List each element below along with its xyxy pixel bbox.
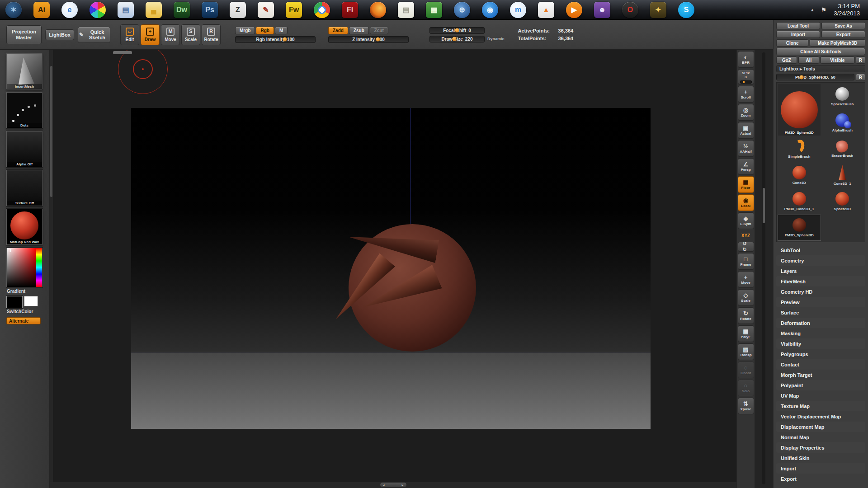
frame-button[interactable]: □ Frame — [738, 253, 754, 270]
section-preview[interactable]: Preview — [776, 297, 865, 307]
tool-pm3d-sphere3d[interactable]: PM3D_Sphere3D — [778, 215, 821, 240]
pinwheel-app-icon[interactable]: ✶ — [5, 2, 22, 18]
goz-visible-button[interactable]: Visible — [821, 56, 854, 64]
ghost-button[interactable]: ◌ Ghost — [738, 361, 754, 378]
section-contact[interactable]: Contact — [776, 359, 865, 370]
firefox-icon[interactable] — [370, 2, 386, 18]
aahalf-button[interactable]: ½ AAHalf — [738, 140, 754, 157]
tool-simplebrush[interactable]: SimpleBrush — [778, 136, 821, 162]
tool-cone3d-1[interactable]: Cone3D_1 — [821, 163, 864, 188]
scroll-button[interactable]: + Scroll — [738, 86, 754, 103]
save-as-button[interactable]: Save As — [821, 22, 865, 29]
skype-icon[interactable]: S — [678, 2, 694, 18]
vlc-icon[interactable]: ▲ — [538, 2, 554, 18]
goz-button[interactable]: GoZ — [776, 56, 797, 64]
scroll-right-icon[interactable]: ▸ — [401, 483, 403, 487]
secondary-color-swatch[interactable] — [24, 296, 38, 306]
local-button[interactable]: ◉ Local — [738, 194, 754, 211]
lightbox-button[interactable]: LightBox — [45, 29, 74, 40]
canvas-vertical-scrollbar[interactable] — [50, 50, 53, 482]
section-display-properties[interactable]: Display Properties — [776, 442, 865, 453]
alternate-button[interactable]: Alternate — [6, 317, 41, 324]
switch-color-label[interactable]: SwitchColor — [7, 309, 49, 314]
zsub-button[interactable]: Zsub — [349, 27, 369, 34]
projection-master-button[interactable]: Projection Master — [6, 25, 42, 44]
make-polymesh3d-button[interactable]: Make PolyMesh3D — [810, 39, 865, 47]
taskbar-clock[interactable]: 3:14 PM 3/24/2013 — [834, 3, 863, 17]
fireworks-icon[interactable]: Fw — [286, 2, 302, 18]
section-deformation[interactable]: Deformation — [776, 318, 865, 328]
photoshop-icon[interactable]: Ps — [202, 2, 218, 18]
section-uv-map[interactable]: UV Map — [776, 390, 865, 401]
move-nav-button[interactable]: + Move — [738, 271, 754, 288]
section-displacement-map[interactable]: Displacement Map — [776, 422, 865, 432]
clone-button[interactable]: Clone — [776, 39, 808, 47]
actual-button[interactable]: ▣ Actual — [738, 122, 754, 139]
canvas-horizontal-scrollbar[interactable]: ◂ ▸ — [50, 482, 736, 488]
section-texture-map[interactable]: Texture Map — [776, 401, 865, 411]
section-export[interactable]: Export — [776, 474, 865, 484]
blue-orb-app-icon[interactable]: ◉ — [482, 2, 498, 18]
quick-sketch-button[interactable]: ✎ Quick Sketch — [78, 27, 110, 43]
spix-slider[interactable]: SPix 3 — [738, 69, 754, 84]
saturation-value-field[interactable] — [7, 248, 36, 287]
current-stroke-thumbnail[interactable]: Dots — [6, 92, 42, 128]
section-layers[interactable]: Layers — [776, 266, 865, 276]
bpr-button[interactable]: ◐ BPR — [738, 51, 754, 68]
solo-button[interactable]: ○ Solo — [738, 380, 754, 396]
current-brush-thumbnail[interactable]: InsertMesh — [6, 53, 42, 89]
section-normal-map[interactable]: Normal Map — [776, 432, 865, 442]
rotate-nav-button[interactable]: ↻ Rotate — [738, 307, 754, 324]
zoom-button[interactable]: ◎ Zoom — [738, 104, 754, 121]
section-geometry-hd[interactable]: Geometry HD — [776, 286, 865, 297]
green-app-icon[interactable]: ▦ — [426, 2, 442, 18]
active-tool-slider[interactable]: PM3D_Sphere3D. 50 — [776, 74, 854, 80]
slider-knob[interactable] — [799, 75, 803, 79]
mrgb-button[interactable]: Mrgb — [235, 27, 255, 34]
tool-spherebrush[interactable]: SphereBrush — [821, 84, 864, 109]
taskbar-overflow-arrow-icon[interactable]: ▴ — [811, 7, 814, 13]
paint-app-icon[interactable]: ✎ — [258, 2, 274, 18]
section-visibility[interactable]: Visibility — [776, 338, 865, 349]
canvas-hscroll-handle[interactable]: ◂ ▸ — [380, 483, 406, 487]
color-wheel-icon[interactable] — [90, 2, 106, 18]
maxthon-icon[interactable]: m — [510, 2, 526, 18]
section-fibermesh[interactable]: FiberMesh — [776, 276, 865, 286]
lsym-button[interactable]: ◈ L.Sym — [738, 212, 754, 229]
chrome-icon[interactable] — [314, 2, 330, 18]
section-morph-target[interactable]: Morph Target — [776, 370, 865, 380]
scale-nav-button[interactable]: ◇ Scale — [738, 289, 754, 306]
polyf-button[interactable]: ▦ PolyF — [738, 325, 754, 342]
folder-icon[interactable]: ▄ — [146, 2, 162, 18]
section-polygroups[interactable]: Polygroups — [776, 349, 865, 359]
section-import[interactable]: Import — [776, 463, 865, 474]
clone-all-subtools-button[interactable]: Clone All SubTools — [776, 48, 865, 55]
main-color-swatch[interactable] — [6, 296, 23, 308]
tool-panel-scroll-thumb[interactable] — [763, 188, 765, 223]
notification-flag-icon[interactable]: ⚑ — [821, 6, 827, 14]
export-button[interactable]: Export — [821, 31, 865, 38]
document-app-icon[interactable]: ▤ — [118, 2, 134, 18]
media-player-icon[interactable]: ▶ — [566, 2, 582, 18]
m-button[interactable]: M — [275, 27, 288, 34]
xyz-button[interactable]: XYZ — [738, 230, 754, 240]
focal-shift-slider[interactable]: Focal Shift 0 — [429, 27, 485, 34]
section-surface[interactable]: Surface — [776, 307, 865, 318]
notes-app-icon[interactable]: ▤ — [398, 2, 414, 18]
illustrator-icon[interactable]: Ai — [33, 2, 50, 18]
tool-sphere3d[interactable]: Sphere3D — [821, 189, 864, 214]
canvas-area[interactable]: ◂ ▸ — [50, 50, 736, 488]
dreamweaver-icon[interactable]: Dw — [174, 2, 190, 18]
dynamic-label[interactable]: Dynamic — [487, 37, 505, 41]
slider-knob[interactable] — [455, 28, 459, 33]
current-texture-thumbnail[interactable]: Texture Off — [6, 170, 42, 206]
section-unified-skin[interactable]: Unified Skin — [776, 453, 865, 463]
globe-app-icon[interactable]: ⊕ — [454, 2, 470, 18]
move-mode-button[interactable]: M Move — [161, 24, 180, 45]
slider-knob[interactable] — [453, 37, 457, 41]
load-tool-button[interactable]: Load Tool — [776, 22, 820, 29]
zcut-button[interactable]: Zcut — [370, 27, 388, 34]
slider-knob[interactable] — [283, 38, 287, 42]
xpose-button[interactable]: ⇅ Xpose — [738, 398, 754, 414]
rgb-button[interactable]: Rgb — [256, 27, 274, 34]
